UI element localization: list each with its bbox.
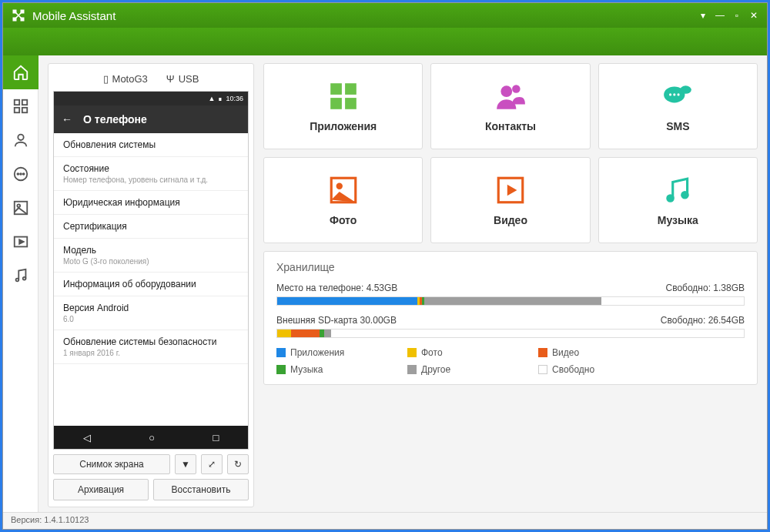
- swatch-icon: [538, 348, 547, 357]
- svg-rect-20: [330, 83, 342, 95]
- storage-phone-free: Свободно: 1.38GB: [665, 283, 745, 293]
- svg-point-29: [674, 93, 676, 95]
- window-menu-button[interactable]: ▾: [698, 10, 708, 21]
- list-item[interactable]: СостояниеНомер телефона, уровень сигнала…: [54, 157, 248, 191]
- tile-label: SMS: [666, 120, 689, 132]
- tile-apps[interactable]: Приложения: [263, 63, 423, 149]
- tile-photo[interactable]: Фото: [263, 157, 423, 243]
- app-title: Mobile Assistant: [32, 9, 116, 22]
- swatch-icon: [276, 348, 286, 357]
- tile-music[interactable]: Музыка: [598, 157, 758, 243]
- nav-contacts[interactable]: [3, 123, 38, 157]
- fullscreen-button[interactable]: ⤢: [201, 454, 223, 474]
- svg-point-32: [336, 183, 342, 189]
- bar-seg-other: [324, 330, 331, 337]
- titlebar: Mobile Assistant ▾ — ▫ ✕: [3, 3, 767, 28]
- window-minimize-button[interactable]: —: [715, 10, 725, 21]
- nav-back-icon[interactable]: ◁: [83, 432, 91, 443]
- battery-icon: ∎: [218, 95, 223, 102]
- svg-rect-7: [22, 100, 26, 105]
- svg-rect-8: [14, 108, 18, 112]
- storage-legend: Приложения Фото Видео Музыка Другое Своб…: [276, 347, 745, 375]
- bar-seg-other: [424, 297, 601, 305]
- video-icon: [494, 174, 527, 206]
- photo-icon: [327, 174, 360, 206]
- svg-point-19: [22, 277, 25, 280]
- device-name: ▯MotoG3: [103, 73, 148, 85]
- android-statusbar: ▲ ∎ 10:36: [54, 92, 248, 105]
- nav-home[interactable]: [3, 55, 38, 89]
- phone-icon: ▯: [103, 73, 109, 85]
- svg-point-30: [678, 93, 680, 95]
- swatch-icon: [538, 365, 547, 374]
- svg-point-10: [18, 135, 23, 140]
- nav-home-icon[interactable]: ○: [149, 432, 155, 443]
- list-item[interactable]: МодельMoto G (3-го поколения): [54, 239, 248, 273]
- sidebar: [3, 55, 38, 512]
- swatch-icon: [407, 348, 417, 357]
- svg-rect-9: [22, 108, 26, 112]
- statusbar-footer: Версия: 1.4.1.10123: [3, 512, 767, 529]
- nav-sms[interactable]: [3, 157, 38, 191]
- list-item[interactable]: Сертификация: [54, 215, 248, 239]
- list-item[interactable]: Обновления системы: [54, 133, 248, 157]
- storage-phone-bar: [276, 296, 745, 306]
- tile-label: Приложения: [310, 120, 377, 132]
- tile-contacts[interactable]: Контакты: [430, 63, 590, 149]
- svg-rect-22: [330, 98, 342, 109]
- back-icon[interactable]: ←: [62, 113, 72, 125]
- android-navbar: ◁ ○ □: [54, 426, 248, 449]
- nav-apps[interactable]: [3, 89, 38, 123]
- header-band: [3, 28, 767, 55]
- svg-point-28: [669, 93, 671, 95]
- storage-sd-bar: [276, 329, 745, 338]
- signal-icon: ▲: [209, 95, 216, 102]
- refresh-button[interactable]: ↻: [227, 454, 249, 474]
- nav-music[interactable]: [3, 259, 38, 293]
- legend-other: Другое: [407, 364, 507, 375]
- storage-panel: Хранилище Место на телефоне: 4.53GB Своб…: [263, 251, 758, 385]
- legend-music: Музыка: [276, 364, 377, 375]
- status-time: 10:36: [226, 95, 243, 102]
- settings-list[interactable]: Обновления системы СостояниеНомер телефо…: [54, 133, 248, 426]
- list-item[interactable]: Юридическая информация: [54, 191, 248, 215]
- swatch-icon: [407, 365, 417, 374]
- restore-button[interactable]: Восстановить: [153, 479, 249, 500]
- svg-point-24: [500, 85, 512, 97]
- contacts-icon: [494, 80, 527, 112]
- svg-point-13: [20, 173, 22, 175]
- storage-title: Хранилище: [276, 261, 745, 273]
- list-item[interactable]: Версия Android6.0: [54, 296, 248, 330]
- list-item[interactable]: Обновление системы безопасности1 января …: [54, 330, 248, 364]
- connection-mode: ΨUSB: [166, 73, 199, 85]
- svg-point-18: [15, 279, 18, 282]
- screen-title: О телефоне: [83, 113, 147, 125]
- screenshot-dropdown[interactable]: ▼: [175, 454, 196, 474]
- nav-recent-icon[interactable]: □: [213, 432, 219, 443]
- sms-icon: [661, 80, 694, 112]
- backup-button[interactable]: Архивация: [53, 479, 149, 500]
- tile-sms[interactable]: SMS: [598, 63, 758, 149]
- bar-seg-apps: [277, 297, 417, 305]
- svg-point-14: [22, 173, 24, 175]
- music-icon: [661, 174, 694, 206]
- list-item[interactable]: Информация об оборудовании: [54, 273, 248, 296]
- legend-video: Видео: [538, 347, 638, 358]
- bar-seg-video: [291, 330, 319, 337]
- storage-sd-free: Свободно: 26.54GB: [661, 315, 745, 326]
- legend-apps: Приложения: [276, 347, 377, 358]
- legend-photo: Фото: [407, 347, 507, 358]
- tile-video[interactable]: Видео: [430, 157, 590, 243]
- nav-video[interactable]: [3, 225, 38, 259]
- bar-seg-free: [331, 330, 744, 337]
- tile-label: Контакты: [485, 120, 536, 132]
- tile-label: Музыка: [658, 214, 698, 226]
- phone-screen-mirror: ▲ ∎ 10:36 ← О телефоне Обновления систем…: [53, 91, 249, 450]
- window-close-button[interactable]: ✕: [748, 10, 759, 21]
- nav-photo[interactable]: [3, 191, 38, 225]
- screenshot-button[interactable]: Снимок экрана: [53, 454, 170, 474]
- svg-point-27: [680, 85, 691, 94]
- window-maximize-button[interactable]: ▫: [732, 10, 742, 21]
- svg-rect-21: [345, 83, 357, 95]
- version-label: Версия: 1.4.1.10123: [11, 515, 89, 524]
